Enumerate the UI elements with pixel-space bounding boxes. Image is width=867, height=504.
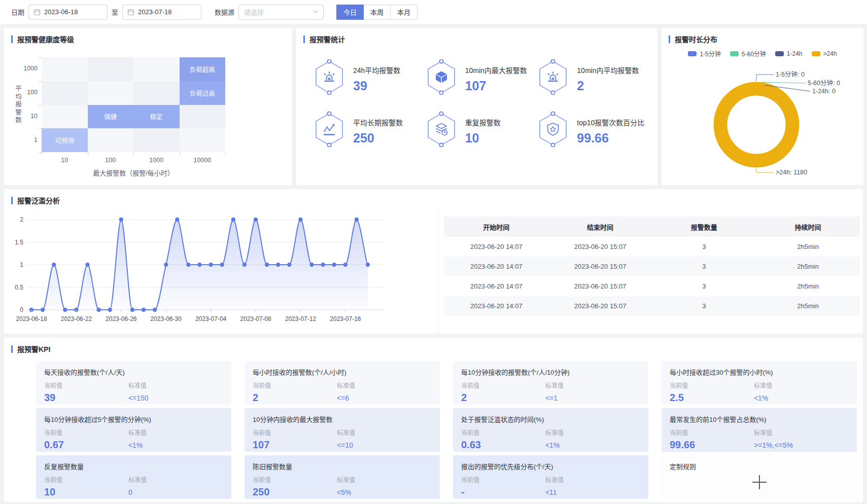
tick-mark — [39, 81, 42, 82]
duration-panel: 报警时长分布 1-5分钟5-60分钟1-24h>24h 1-5分钟: 0 5-6… — [662, 28, 863, 185]
kpi-current-value: 2 — [253, 392, 337, 404]
table-cell: 2023-06-20 15:07 — [548, 296, 652, 316]
legend-swatch — [688, 51, 697, 56]
kpi-current-value: 39 — [44, 392, 128, 404]
legend-item[interactable]: >24h — [812, 49, 837, 58]
kpi-card: 每10分钟接收的报警数(个/人/10分钟) 当前值 2 标准值 <=1 — [453, 361, 648, 405]
range-button[interactable]: 本周 — [363, 5, 391, 20]
date-from-value: 2023-06-18 — [44, 8, 78, 16]
table-cell: 3 — [652, 276, 756, 296]
date-to-input[interactable]: 2023-07-18 — [122, 5, 201, 20]
datasource-select[interactable]: 请选择 — [238, 5, 324, 20]
heatmap-cell-labeled: 强健 — [88, 105, 134, 129]
kpi-card: 报出的报警的优先级分布(个/天) 当前值 - 标准值 <11 — [453, 455, 648, 499]
heatmap-x-tick: 100 — [90, 157, 131, 164]
table-cell: 2023-06-20 14:07 — [444, 276, 548, 296]
date-to-value: 2023-07-18 — [138, 8, 172, 16]
tick-mark — [88, 152, 88, 155]
kpi-current-label: 当前值 — [461, 428, 545, 437]
heatmap-cell — [42, 57, 88, 81]
heatmap-cell — [88, 81, 134, 105]
kpi-standard-value: <=150 — [128, 394, 213, 402]
kpi-current-value: 107 — [253, 439, 337, 451]
svg-text:2023-06-26: 2023-06-26 — [106, 315, 137, 322]
toolbar: 日期 2023-06-18 至 2023-07-18 数据源 请选择 今日本周本… — [0, 0, 867, 24]
shield-star-icon — [537, 112, 569, 149]
table-cell: 2023-06-20 14:07 — [444, 296, 548, 316]
kpi-title: 报出的报警的优先级分布(个/天) — [461, 461, 640, 471]
kpi-card: 处于报警泛滥状态的时间(%) 当前值 0.63 标准值 <1% — [453, 408, 648, 452]
title-accent-bar — [303, 35, 305, 43]
range-button[interactable]: 今日 — [336, 5, 364, 20]
heatmap-x-tick: 1000 — [136, 157, 177, 164]
svg-text:0: 0 — [20, 306, 23, 313]
stat-label: 重复报警数 — [465, 118, 501, 127]
table-cell: 3 — [652, 296, 756, 316]
donut-callout: 5-60分钟: 0 — [808, 79, 840, 87]
title-accent-bar — [11, 35, 13, 43]
table-header: 持续时间 — [756, 217, 860, 237]
health-panel: 报预警健康度等级 负荷超高负荷过高强健稳定可预测1000100101101001… — [4, 28, 292, 185]
legend-swatch — [812, 51, 820, 56]
flood-line-chart: 00.511.522023-06-182023-06-222023-06-262… — [4, 210, 438, 334]
alarm-siren-icon — [537, 59, 569, 96]
kpi-title: 定制规则 — [670, 461, 849, 471]
kpi-standard-label: 标准值 — [128, 475, 213, 484]
kpi-standard-value: <1% — [545, 441, 630, 449]
trend-icon — [314, 112, 345, 149]
legend-label: 1-5分钟 — [700, 49, 720, 58]
tick-mark — [42, 152, 42, 155]
heatmap-cell — [180, 128, 226, 152]
legend-item[interactable]: 1-24h — [775, 49, 803, 58]
date-from-input[interactable]: 2023-06-18 — [28, 5, 108, 20]
tick-mark — [39, 128, 42, 129]
kpi-card: 陈旧报警数量 当前值 250 标准值 <5% — [245, 455, 440, 499]
table-row: 2023-06-20 14:072023-06-20 15:0732h5min — [444, 296, 860, 316]
stat-value: 2 — [577, 79, 639, 93]
stat-label: 10min内平均报警数 — [577, 66, 639, 75]
layers-clock-icon — [426, 112, 457, 149]
heatmap-cell — [133, 81, 180, 105]
kpi-title: 最常发生的前10个报警占总数(%) — [670, 414, 849, 424]
flood-table: 开始时间结束时间报警数量持续时间2023-06-20 14:072023-06-… — [444, 217, 860, 316]
table-cell: 2023-06-20 15:07 — [548, 257, 652, 276]
stat-value: 39 — [353, 79, 400, 93]
tick-mark — [39, 105, 42, 105]
tick-mark — [39, 57, 42, 58]
svg-text:2023-06-22: 2023-06-22 — [61, 315, 92, 322]
table-header: 结束时间 — [548, 217, 652, 237]
heatmap-cell — [180, 105, 226, 129]
kpi-standard-label: 标准值 — [128, 381, 213, 389]
kpi-current-label: 当前值 — [461, 475, 545, 484]
kpi-title: 每天接收的报警数(个/人/天) — [44, 367, 223, 377]
table-cell: 2h5min — [756, 237, 860, 257]
calendar-icon — [33, 9, 41, 16]
heatmap-cell-labeled: 负荷过高 — [180, 81, 226, 105]
kpi-card: 反复报警数量 当前值 10 标准值 0 — [36, 455, 231, 499]
kpi-card: 最常发生的前10个报警占总数(%) 当前值 99.66 标准值 >=1%,<=5… — [662, 408, 857, 452]
legend-label: 1-24h — [787, 50, 803, 57]
kpi-panel-title: 报预警KPI — [4, 338, 863, 354]
legend-item[interactable]: 1-5分钟 — [688, 49, 720, 58]
kpi-current-value: - — [461, 486, 545, 498]
donut-callout: 1-5分钟: 0 — [776, 70, 805, 78]
cube-icon — [426, 59, 457, 96]
heatmap-cell — [42, 81, 88, 105]
kpi-card: 每天接收的报警数(个/人/天) 当前值 39 标准值 <=150 — [36, 361, 231, 405]
heatmap-cell — [88, 57, 134, 81]
kpi-card: 10分钟内接收的最大报警数 当前值 107 标准值 <=10 — [245, 408, 440, 452]
title-accent-bar — [11, 197, 13, 204]
table-cell: 2023-06-20 15:07 — [548, 276, 652, 296]
heatmap-y-tick: 1 — [15, 136, 38, 143]
heatmap-cell-labeled: 负荷超高 — [180, 57, 226, 81]
health-panel-title: 报预警健康度等级 — [4, 28, 292, 44]
svg-text:0.5: 0.5 — [15, 284, 23, 291]
stats-panel-title: 报预警统计 — [296, 28, 657, 44]
kpi-standard-value: <1% — [754, 394, 838, 402]
range-button[interactable]: 本月 — [390, 5, 418, 20]
kpi-current-value: 0.63 — [461, 439, 545, 451]
svg-text:2023-07-04: 2023-07-04 — [195, 315, 227, 322]
kpi-standard-value: <=6 — [337, 394, 421, 402]
add-rule-button[interactable] — [670, 471, 849, 493]
legend-item[interactable]: 5-60分钟 — [730, 49, 766, 58]
